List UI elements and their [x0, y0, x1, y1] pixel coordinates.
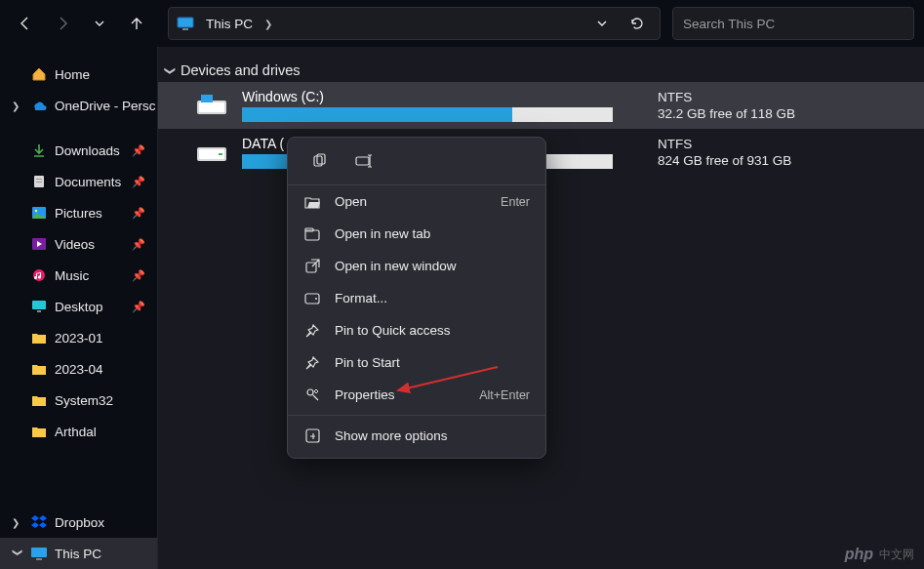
sidebar-label: Desktop — [55, 300, 103, 314]
forward-button[interactable] — [47, 8, 78, 39]
sidebar-label: Pictures — [55, 206, 102, 221]
section-header-devices[interactable]: ❯ Devices and drives — [158, 62, 924, 78]
drive-filesystem: NTFS — [658, 90, 795, 104]
svg-rect-21 — [356, 157, 369, 165]
sidebar-label: Music — [55, 268, 89, 283]
folder-icon — [31, 361, 47, 377]
context-menu-pin-quick-access[interactable]: Pin to Quick access — [288, 314, 545, 346]
sidebar-item-videos[interactable]: Videos 📌 — [0, 228, 157, 260]
pin-icon — [303, 356, 321, 370]
sidebar-item-music[interactable]: Music 📌 — [0, 260, 157, 291]
chevron-right-icon[interactable]: ❯ — [12, 517, 23, 528]
svg-rect-12 — [36, 558, 42, 560]
breadcrumb-chevron-icon[interactable]: ❯ — [264, 19, 272, 29]
svg-rect-15 — [201, 95, 213, 102]
sidebar-item-folder[interactable]: 2023-01 — [0, 322, 157, 353]
format-icon — [303, 293, 321, 305]
sidebar-item-downloads[interactable]: Downloads 📌 — [0, 135, 157, 166]
context-menu-label: Format... — [335, 291, 387, 305]
context-menu-properties[interactable]: Properties Alt+Enter — [288, 379, 545, 411]
svg-rect-1 — [182, 28, 188, 30]
newwindow-icon — [303, 259, 321, 273]
chevron-down-icon[interactable]: ❯ — [164, 66, 177, 75]
more-icon — [303, 428, 321, 443]
sidebar-label: Videos — [55, 237, 95, 252]
svg-rect-4 — [36, 182, 42, 183]
chevron-right-icon[interactable]: ❯ — [12, 101, 23, 111]
sidebar-item-documents[interactable]: Documents 📌 — [0, 166, 157, 197]
folder-icon — [31, 424, 47, 439]
videos-icon — [31, 236, 47, 252]
sidebar-label: Dropbox — [55, 515, 104, 530]
documents-icon — [31, 174, 47, 189]
context-menu-shortcut: Enter — [501, 195, 530, 209]
watermark: php 中文网 — [845, 546, 914, 563]
context-menu-format[interactable]: Format... — [288, 282, 545, 314]
sidebar-item-folder[interactable]: Arthdal — [0, 416, 157, 447]
arrow-right-icon — [55, 16, 70, 31]
drive-item-windows-c[interactable]: Windows (C:) NTFS 32.2 GB free of 118 GB — [158, 82, 924, 129]
rename-button[interactable] — [350, 147, 378, 175]
pin-icon: 📌 — [132, 144, 145, 157]
breadcrumb-root[interactable]: This PC — [202, 15, 257, 33]
sidebar-item-folder[interactable]: System32 — [0, 385, 157, 416]
context-menu-shortcut: Alt+Enter — [479, 388, 530, 402]
sidebar-item-home[interactable]: ❯ Home — [0, 59, 157, 90]
pin-icon — [303, 324, 321, 338]
context-menu-quickactions — [288, 138, 545, 185]
pictures-icon — [31, 205, 47, 221]
context-menu-open[interactable]: Open Enter — [288, 185, 545, 218]
up-button[interactable] — [121, 8, 152, 39]
sidebar-label: 2023-01 — [55, 331, 103, 345]
svg-rect-14 — [199, 102, 224, 112]
back-button[interactable] — [10, 8, 41, 39]
sidebar-item-thispc[interactable]: ❯ This PC — [0, 538, 157, 569]
sidebar-label: 2023-04 — [55, 362, 103, 377]
refresh-button[interactable] — [623, 9, 652, 38]
pin-icon: 📌 — [132, 207, 145, 220]
arrow-up-icon — [129, 16, 144, 31]
context-menu-label: Properties — [335, 387, 395, 402]
context-menu-label: Show more options — [335, 428, 448, 443]
pin-icon: 📌 — [132, 301, 145, 313]
folder-icon — [31, 330, 47, 345]
sidebar-item-pictures[interactable]: Pictures 📌 — [0, 197, 157, 228]
sidebar-item-onedrive[interactable]: ❯ OneDrive - Persc — [0, 90, 157, 121]
recent-locations-button[interactable] — [84, 8, 115, 39]
dropbox-icon — [31, 514, 47, 530]
sidebar-item-dropbox[interactable]: ❯ Dropbox — [0, 507, 157, 538]
svg-rect-3 — [36, 179, 42, 180]
home-icon — [31, 66, 47, 82]
address-dropdown-button[interactable] — [587, 9, 617, 38]
newtab-icon — [303, 227, 321, 241]
folder-icon — [31, 392, 47, 408]
sidebar-item-desktop[interactable]: Desktop 📌 — [0, 291, 157, 322]
drive-free-space: 32.2 GB free of 118 GB — [658, 106, 795, 121]
search-input[interactable]: Search This PC — [672, 7, 914, 40]
copy-button[interactable] — [305, 147, 333, 175]
thispc-icon — [177, 17, 194, 30]
usage-bar — [242, 107, 613, 122]
chevron-down-icon[interactable]: ❯ — [13, 548, 23, 559]
chevron-down-icon — [94, 18, 105, 29]
usage-bar-fill — [242, 154, 287, 169]
drive-icon — [197, 95, 226, 116]
download-icon — [31, 142, 47, 158]
sidebar-label: This PC — [55, 547, 101, 561]
onedrive-icon — [31, 98, 47, 113]
context-menu-open-new-tab[interactable]: Open in new tab — [288, 218, 545, 250]
context-menu-pin-start[interactable]: Pin to Start — [288, 346, 545, 379]
drive-name: Windows (C:) — [242, 89, 613, 104]
svg-point-8 — [33, 269, 45, 281]
watermark-suffix: 中文网 — [879, 547, 914, 563]
sidebar-item-folder[interactable]: 2023-04 — [0, 353, 157, 385]
search-placeholder: Search This PC — [683, 17, 775, 31]
address-bar[interactable]: This PC ❯ — [168, 7, 661, 40]
context-menu: Open Enter Open in new tab Open in new w… — [287, 137, 546, 459]
properties-icon — [303, 387, 321, 402]
toolbar: This PC ❯ Search This PC — [0, 0, 924, 47]
svg-point-27 — [307, 389, 313, 395]
context-menu-show-more[interactable]: Show more options — [288, 420, 545, 452]
svg-rect-18 — [219, 153, 222, 155]
context-menu-open-new-window[interactable]: Open in new window — [288, 250, 545, 282]
